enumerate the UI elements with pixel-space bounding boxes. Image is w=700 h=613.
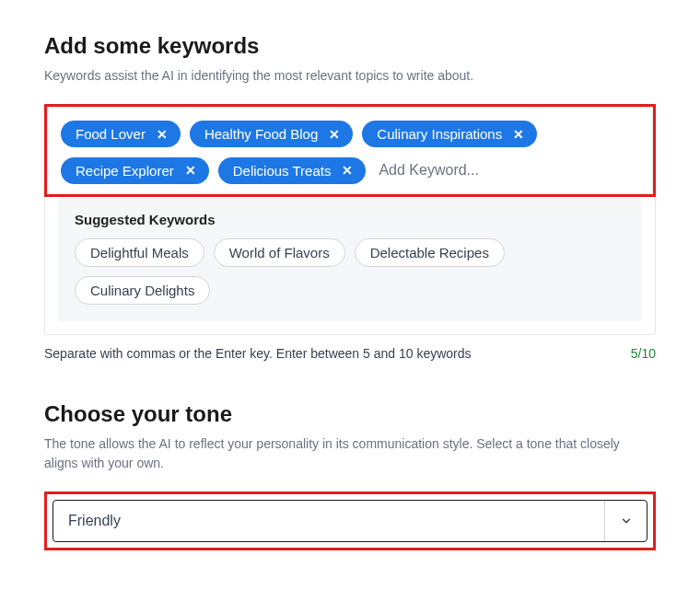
keyword-tag-label: Culinary Inspirations <box>377 126 502 142</box>
suggested-container: Suggested Keywords Delightful Meals Worl… <box>44 197 656 335</box>
keyword-tag: Delicious Treats ✕ <box>218 157 367 184</box>
keywords-title: Add some keywords <box>44 33 656 59</box>
keywords-tags-area[interactable]: Food Lover ✕ Healthy Food Blog ✕ Culinar… <box>48 108 652 193</box>
tone-description: The tone allows the AI to reflect your p… <box>44 434 656 473</box>
suggested-keyword[interactable]: Delectable Recipes <box>355 238 505 267</box>
tone-section: Choose your tone The tone allows the AI … <box>44 401 656 550</box>
close-icon[interactable]: ✕ <box>327 127 342 142</box>
keywords-container: Food Lover ✕ Healthy Food Blog ✕ Culinar… <box>47 107 653 194</box>
tone-title: Choose your tone <box>44 401 656 427</box>
keyword-tag: Recipe Explorer ✕ <box>61 157 209 184</box>
keyword-tag-label: Healthy Food Blog <box>204 126 318 142</box>
close-icon[interactable]: ✕ <box>340 163 355 178</box>
keyword-tag-label: Delicious Treats <box>233 163 332 179</box>
tone-highlight-box: Friendly <box>44 492 656 550</box>
keyword-tag: Culinary Inspirations ✕ <box>362 121 537 147</box>
tone-select-value: Friendly <box>53 501 604 541</box>
suggested-keywords-box: Suggested Keywords Delightful Meals Worl… <box>58 197 642 321</box>
keywords-counter: 5/10 <box>631 346 656 361</box>
close-icon[interactable]: ✕ <box>511 127 526 142</box>
keyword-tag-label: Recipe Explorer <box>76 163 174 179</box>
suggested-keywords-title: Suggested Keywords <box>75 212 625 227</box>
keywords-highlight-box: Food Lover ✕ Healthy Food Blog ✕ Culinar… <box>44 104 656 197</box>
chevron-down-icon <box>604 501 647 541</box>
keyword-tag: Food Lover ✕ <box>61 121 181 147</box>
suggested-keyword[interactable]: Delightful Meals <box>75 238 204 267</box>
keyword-tag: Healthy Food Blog ✕ <box>190 121 353 147</box>
add-keyword-input[interactable] <box>375 156 566 184</box>
keywords-helper-text: Separate with commas or the Enter key. E… <box>44 346 472 361</box>
suggested-keywords-list: Delightful Meals World of Flavors Delect… <box>75 238 625 305</box>
tone-select[interactable]: Friendly <box>52 500 648 542</box>
keyword-tag-label: Food Lover <box>76 126 146 142</box>
close-icon[interactable]: ✕ <box>155 127 169 142</box>
keywords-description: Keywords assist the AI in identifying th… <box>44 66 656 86</box>
close-icon[interactable]: ✕ <box>183 163 198 178</box>
keywords-helper-row: Separate with commas or the Enter key. E… <box>44 346 656 361</box>
suggested-keyword[interactable]: Culinary Delights <box>75 276 210 305</box>
suggested-keyword[interactable]: World of Flavors <box>214 238 345 267</box>
